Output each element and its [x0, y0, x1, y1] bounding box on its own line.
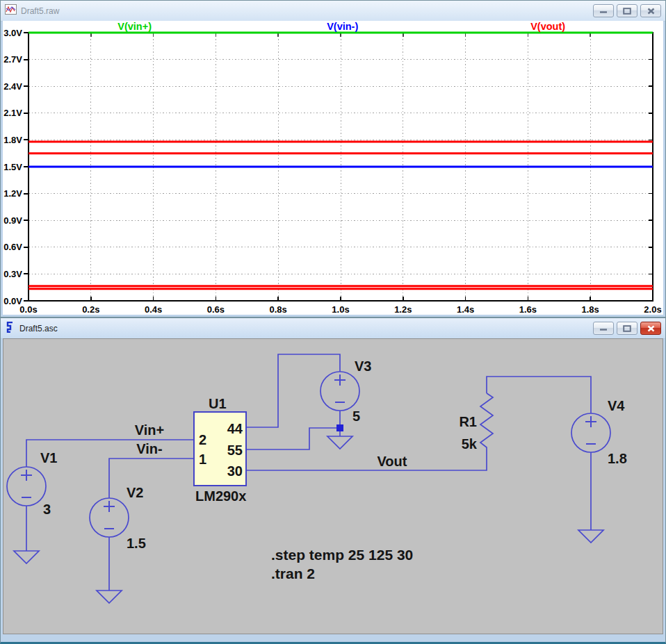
pin-label: 30 — [227, 463, 243, 479]
window-waveform: Draft5.raw 0.0V0.3V0.6V0.9V1.2V1.5V1.8V2… — [0, 0, 666, 317]
net-label-vout[interactable]: Vout — [377, 454, 407, 469]
y-tick-label: 2.4V — [3, 81, 22, 92]
pin-label: 44 — [227, 421, 243, 436]
net-label-vin-minus[interactable]: Vin- — [136, 441, 162, 456]
legend-item[interactable]: V(vin-) — [327, 21, 358, 32]
x-tick-label: 0.6s — [207, 304, 225, 315]
plus-icon — [334, 374, 346, 386]
net-label-vin-plus[interactable]: Vin+ — [135, 422, 164, 438]
component-label: V1 — [40, 450, 57, 465]
minimize-button[interactable] — [593, 322, 614, 335]
x-tick-label: 1.6s — [519, 304, 537, 315]
ground-icon — [578, 530, 603, 543]
window-controls — [593, 4, 661, 17]
close-button[interactable] — [640, 4, 661, 17]
x-tick-label: 1.0s — [332, 304, 349, 315]
titlebar-waveform[interactable]: Draft5.raw — [1, 1, 665, 22]
component-label: V2 — [127, 485, 143, 500]
maximize-button[interactable] — [617, 4, 637, 17]
component-v1[interactable]: V1 3 — [7, 450, 57, 517]
pin-label: 2 — [199, 432, 206, 447]
y-tick-label: 2.7V — [3, 54, 22, 65]
component-v2[interactable]: V2 1.5 — [90, 485, 146, 551]
component-value: 3 — [43, 502, 51, 517]
component-value: 5k — [462, 436, 478, 452]
component-v4[interactable]: V4 1.8 — [571, 398, 627, 466]
component-v3[interactable]: V3 5 — [320, 358, 371, 424]
component-value: 5 — [352, 408, 360, 424]
ground-icon — [14, 551, 39, 563]
x-tick-label: 0.4s — [145, 304, 162, 315]
y-tick-label: 0.9V — [3, 215, 22, 226]
y-tick-label: 1.8V — [3, 135, 22, 145]
x-tick-label: 2.0s — [644, 304, 661, 315]
component-label: U1 — [209, 396, 227, 411]
x-tick-label: 1.4s — [457, 304, 474, 315]
y-tick-label: 0.3V — [3, 269, 22, 279]
waveform-icon — [5, 4, 17, 17]
component-label: R1 — [459, 414, 477, 429]
component-r1[interactable]: R1 5k — [459, 393, 493, 452]
y-tick-label: 0.6V — [3, 242, 22, 252]
y-tick-label: 1.5V — [3, 162, 22, 172]
plus-icon — [21, 470, 32, 481]
legend-item[interactable]: V(vin+) — [117, 21, 152, 32]
legend-item[interactable]: V(vout) — [530, 21, 565, 32]
window-schematic: Draft5.asc — [0, 317, 666, 644]
component-value: 1.5 — [127, 536, 146, 551]
schematic-client: V1 3 V2 1.5 V3 5 — [3, 338, 663, 634]
maximize-button[interactable] — [617, 322, 637, 335]
ltspice-icon — [5, 322, 15, 336]
x-tick-label: 1.8s — [582, 304, 599, 315]
ground-icon — [327, 436, 352, 449]
spice-directive-tran[interactable]: .tran 2 — [271, 565, 315, 581]
waveform-pane[interactable]: 0.0V0.3V0.6V0.9V1.2V1.5V1.8V2.1V2.4V2.7V… — [3, 21, 665, 316]
ground-icon — [97, 591, 122, 603]
part-number: LM290x — [195, 488, 246, 504]
pin-label: 55 — [227, 443, 243, 458]
y-tick-label: 2.1V — [3, 108, 22, 118]
plus-icon — [104, 501, 115, 512]
plus-icon — [585, 416, 596, 427]
spice-directive-step[interactable]: .step temp 25 125 30 — [271, 547, 413, 563]
x-tick-label: 0.8s — [270, 304, 287, 315]
close-button[interactable] — [640, 322, 661, 335]
window-title: Draft5.raw — [21, 6, 59, 16]
y-tick-label: 3.0V — [3, 28, 22, 38]
x-tick-label: 0.0s — [19, 304, 37, 315]
x-tick-label: 1.2s — [394, 304, 412, 315]
minimize-button[interactable] — [593, 4, 614, 17]
titlebar-schematic[interactable]: Draft5.asc — [1, 318, 665, 339]
window-title: Draft5.asc — [19, 324, 58, 333]
component-label: V4 — [608, 398, 625, 413]
waveform-client: 0.0V0.3V0.6V0.9V1.2V1.5V1.8V2.1V2.4V2.7V… — [3, 21, 663, 315]
window-controls — [593, 322, 661, 335]
pin-label: 1 — [199, 452, 206, 467]
x-tick-label: 0.2s — [82, 304, 99, 315]
component-label: V3 — [355, 358, 371, 374]
junction-node — [336, 424, 343, 431]
y-tick-label: 1.2V — [3, 188, 22, 199]
component-value: 1.8 — [608, 451, 627, 466]
component-u1[interactable]: U1 2 1 44 55 30 LM290x — [194, 396, 246, 504]
schematic-canvas[interactable]: V1 3 V2 1.5 V3 5 — [3, 339, 664, 636]
desktop: Draft5.raw 0.0V0.3V0.6V0.9V1.2V1.5V1.8V2… — [0, 0, 666, 644]
